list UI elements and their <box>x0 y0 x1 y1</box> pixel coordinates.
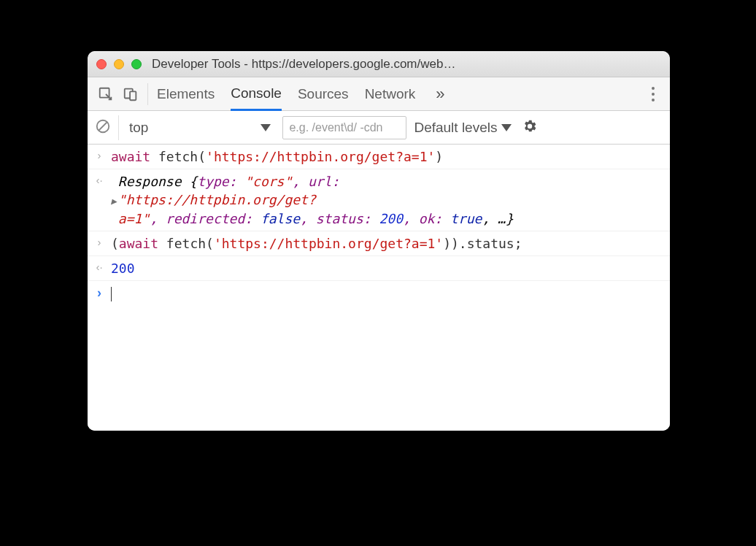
console-prompt-row[interactable]: › <box>88 281 670 305</box>
output-chevron-icon: ‹· <box>92 261 107 273</box>
console-output-row: ‹· ▶Response {type: "cors", url: ▶"https… <box>88 169 670 231</box>
console-code: await fetch('https://httpbin.org/get?a=1… <box>107 147 663 166</box>
tab-console[interactable]: Console <box>231 78 282 111</box>
prompt-chevron-icon: › <box>92 285 107 301</box>
console-input-row: › (await fetch('https://httpbin.org/get?… <box>88 231 670 256</box>
caret <box>111 287 112 301</box>
devtools-window: Developer Tools - https://developers.goo… <box>88 51 670 431</box>
tabbar: Elements Console Sources Network » <box>88 77 670 111</box>
context-selector[interactable]: top <box>118 115 275 140</box>
input-chevron-icon: › <box>92 236 107 248</box>
console-output-row: ‹· 200 <box>88 256 670 281</box>
device-toggle-icon[interactable] <box>118 82 143 107</box>
response-object[interactable]: ▶Response {type: "cors", url: ▶"https://… <box>107 172 663 228</box>
output-chevron-icon: ‹· <box>92 174 107 186</box>
chevron-down-icon <box>261 124 271 131</box>
context-label: top <box>129 120 148 136</box>
close-icon[interactable] <box>96 59 107 69</box>
console-result: 200 <box>107 259 663 277</box>
filter-input[interactable] <box>282 116 406 139</box>
tab-network[interactable]: Network <box>365 77 416 110</box>
tabs-overflow[interactable]: » <box>431 85 449 104</box>
svg-line-4 <box>99 122 107 130</box>
zoom-icon[interactable] <box>131 59 142 69</box>
console-input-row: › await fetch('https://httpbin.org/get?a… <box>88 145 670 169</box>
chevron-down-icon <box>501 124 512 131</box>
window-title: Developer Tools - https://developers.goo… <box>152 57 661 72</box>
tab-elements[interactable]: Elements <box>157 77 215 110</box>
settings-menu-icon[interactable] <box>642 87 664 101</box>
expand-arrow-icon[interactable]: ▶ <box>111 195 117 208</box>
clear-console-icon[interactable] <box>95 118 111 137</box>
log-levels-selector[interactable]: Default levels <box>414 120 512 136</box>
console-toolbar: top Default levels <box>88 111 670 145</box>
titlebar[interactable]: Developer Tools - https://developers.goo… <box>88 51 670 77</box>
tab-sources[interactable]: Sources <box>298 77 349 110</box>
input-chevron-icon: › <box>92 149 107 161</box>
svg-rect-2 <box>130 91 136 100</box>
traffic-lights <box>96 59 142 69</box>
inspect-icon[interactable] <box>93 82 118 107</box>
console-output[interactable]: › await fetch('https://httpbin.org/get?a… <box>88 145 670 431</box>
console-code: (await fetch('https://httpbin.org/get?a=… <box>107 234 663 253</box>
levels-label: Default levels <box>414 120 497 136</box>
minimize-icon[interactable] <box>114 59 124 69</box>
gear-icon[interactable] <box>519 118 541 137</box>
separator <box>147 83 148 105</box>
console-prompt[interactable] <box>107 284 663 302</box>
